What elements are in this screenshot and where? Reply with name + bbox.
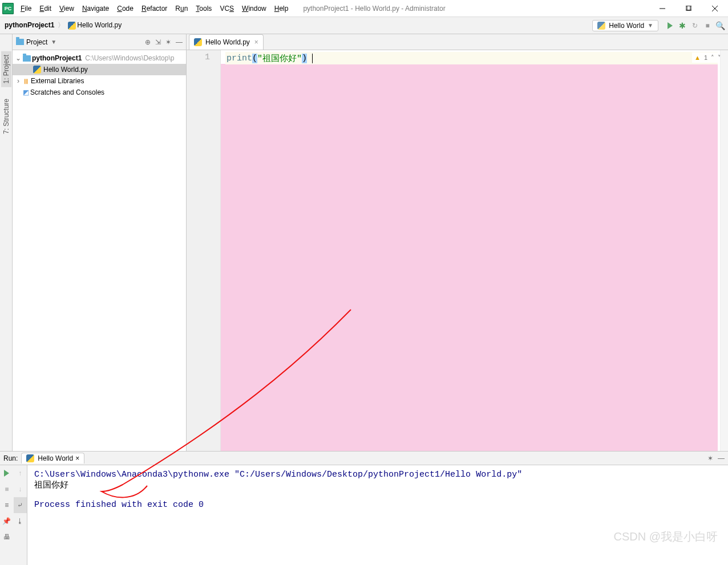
inspection-prev-icon[interactable]: ˄	[711, 54, 714, 62]
title-bar: PC File Edit View Navigate Code Refactor…	[0, 0, 728, 17]
run-session-label: Hello World	[38, 454, 73, 462]
caret-right-icon[interactable]: ›	[15, 77, 22, 85]
print-button[interactable]: 🖶	[0, 529, 14, 545]
inspection-widget[interactable]: ▲ 1 ˄ ˅	[692, 52, 723, 63]
console-exit: Process finished with exit code 0	[34, 500, 204, 510]
menu-edit[interactable]: Edit	[36, 2, 55, 15]
run-label: Run:	[3, 454, 18, 462]
tree-root-path: C:\Users\Windows\Desktop\p	[85, 54, 174, 62]
gutter: 1	[187, 50, 221, 451]
run-config-label: Hello World	[609, 22, 644, 30]
run-button[interactable]	[665, 21, 674, 30]
folder-icon	[16, 39, 24, 45]
run-coverage-button[interactable]: ↻	[690, 21, 699, 30]
chevron-down-icon[interactable]: ▼	[51, 39, 56, 45]
close-tab-icon[interactable]: ×	[254, 38, 258, 46]
hide-panel-icon[interactable]: —	[176, 38, 183, 46]
tree-ext-libs-label: External Libraries	[31, 77, 84, 85]
token-lparen: (	[252, 54, 257, 63]
menu-navigate[interactable]: Navigate	[79, 2, 112, 15]
layout-button[interactable]: ≡	[0, 497, 14, 513]
libraries-icon: ⫼	[23, 77, 30, 85]
crumb-project[interactable]: pythonProject1	[3, 20, 55, 30]
run-config-selector[interactable]: Hello World ▼	[592, 20, 658, 31]
menu-bar: File Edit View Navigate Code Refactor Ru…	[17, 2, 292, 15]
close-button[interactable]	[702, 0, 728, 17]
rerun-button[interactable]	[0, 465, 14, 481]
console-stdout: 祖国你好	[34, 481, 68, 490]
left-tool-stripe: 1: Project 7: Structure	[0, 34, 13, 451]
run-tool-header: Run: Hello World × ✶ —	[0, 452, 728, 465]
project-panel-header: Project ▼ ⊕ ⇲ ✶ —	[13, 34, 186, 50]
code-area[interactable]: print("祖国你好") ▲ 1 ˄ ˅	[221, 50, 728, 451]
project-panel-title: Project	[26, 38, 47, 46]
editor-column: Hello World.py × 1 print("祖国你好") ▲ 1 ˄ ˅	[187, 34, 728, 451]
tree-file-label: Hello World.py	[43, 66, 88, 74]
menu-window[interactable]: Window	[238, 2, 270, 15]
debug-button[interactable]: ✱	[678, 21, 687, 30]
project-panel: Project ▼ ⊕ ⇲ ✶ — ⌄ pythonProject1 C:\Us…	[13, 34, 187, 451]
tree-scratches[interactable]: ◩ Scratches and Consoles	[13, 87, 186, 98]
inspection-count: 1	[704, 54, 707, 61]
expand-all-icon[interactable]: ⇲	[155, 38, 161, 46]
tree-scratches-label: Scratches and Consoles	[30, 88, 104, 96]
search-everywhere-button[interactable]: 🔍	[715, 21, 725, 30]
menu-tools[interactable]: Tools	[192, 2, 215, 15]
editor-tab-label: Hello World.py	[205, 38, 250, 46]
text-cursor	[307, 54, 313, 63]
stop-run-button[interactable]: ■	[0, 481, 14, 497]
close-tab-icon[interactable]: ×	[75, 454, 79, 462]
folder-icon	[23, 55, 31, 62]
python-file-icon	[68, 22, 76, 30]
warning-icon: ▲	[694, 54, 701, 61]
run-toolbar: ↑ ■ ↓ ≡ ⤶ 📌 ⭳ 🖶	[0, 465, 27, 565]
hide-run-icon[interactable]: —	[718, 454, 725, 462]
tree-ext-libs[interactable]: › ⫼ External Libraries	[13, 75, 186, 87]
svg-rect-1	[686, 6, 690, 10]
menu-help[interactable]: Help	[271, 2, 292, 15]
main-area: 1: Project 7: Structure Project ▼ ⊕ ⇲ ✶ …	[0, 34, 728, 451]
maximize-button[interactable]	[676, 0, 702, 17]
console-cmd: C:\Users\Windows\Anaconda3\pythonw.exe "…	[34, 470, 522, 479]
select-opened-file-icon[interactable]: ⊕	[145, 38, 151, 46]
run-session-tab[interactable]: Hello World ×	[21, 453, 84, 464]
python-icon	[597, 22, 605, 30]
minimize-button[interactable]	[649, 0, 676, 17]
up-stack-button[interactable]: ↑	[14, 465, 27, 481]
menu-code[interactable]: Code	[114, 2, 137, 15]
menu-view[interactable]: View	[56, 2, 78, 15]
python-file-icon	[194, 38, 202, 46]
tool-project-tab[interactable]: 1: Project	[1, 51, 11, 87]
chevron-right-icon: 〉	[58, 21, 64, 30]
nav-bar: pythonProject1 〉 Hello World.py Hello Wo…	[0, 17, 728, 34]
menu-refactor[interactable]: Refactor	[138, 2, 171, 15]
line-number: 1	[187, 52, 210, 62]
app-icon: PC	[2, 3, 14, 14]
menu-vcs[interactable]: VCS	[216, 2, 237, 15]
editor-tab[interactable]: Hello World.py ×	[189, 34, 264, 50]
crumb-file[interactable]: Hello World.py	[67, 20, 123, 31]
tool-structure-tab[interactable]: 7: Structure	[1, 95, 11, 137]
scroll-to-end-button[interactable]: ⭳	[14, 513, 27, 529]
stop-button[interactable]: ■	[703, 21, 712, 30]
code-editor[interactable]: 1 print("祖国你好") ▲ 1 ˄ ˅	[187, 50, 728, 451]
console-output[interactable]: C:\Users\Windows\Anaconda3\pythonw.exe "…	[27, 465, 728, 565]
pin-button[interactable]: 📌	[0, 513, 14, 529]
vertical-scrollbar[interactable]	[720, 50, 728, 451]
run-settings-icon[interactable]: ✶	[707, 454, 713, 462]
caret-down-icon[interactable]: ⌄	[15, 54, 22, 62]
editor-tabs: Hello World.py ×	[187, 34, 728, 50]
soft-wrap-button[interactable]: ⤶	[14, 497, 27, 513]
window-title: pythonProject1 - Hello World.py - Admini…	[292, 5, 649, 13]
menu-run[interactable]: Run	[172, 2, 191, 15]
down-stack-button[interactable]: ↓	[14, 481, 27, 497]
menu-file[interactable]: File	[17, 2, 35, 15]
run-body: ↑ ■ ↓ ≡ ⤶ 📌 ⭳ 🖶 C:\Users\Windows\Anacond…	[0, 465, 728, 565]
python-icon	[26, 454, 34, 462]
chevron-down-icon: ▼	[648, 22, 653, 29]
settings-icon[interactable]: ✶	[165, 38, 171, 46]
tree-file[interactable]: Hello World.py	[13, 64, 186, 75]
token-string: "祖国你好"	[257, 53, 302, 64]
code-line-1[interactable]: print("祖国你好")	[225, 52, 718, 64]
tree-root[interactable]: ⌄ pythonProject1 C:\Users\Windows\Deskto…	[13, 52, 186, 64]
